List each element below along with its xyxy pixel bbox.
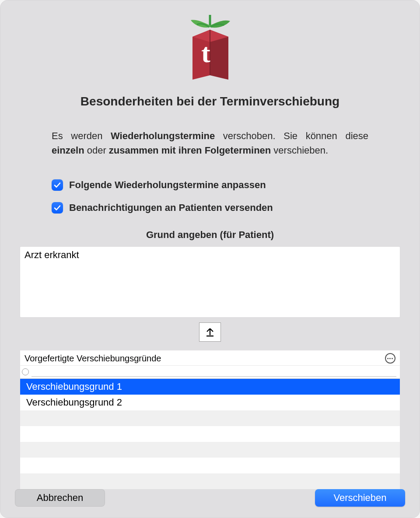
move-appointment-dialog: t Besonderheiten bei der Terminverschieb…: [0, 0, 420, 518]
presets-search-row: [20, 365, 400, 378]
preset-item-empty: [20, 458, 400, 473]
presets-panel: Vorgefertigte Verschiebungsgründe ••• Ve…: [20, 350, 400, 489]
presets-list[interactable]: Verschiebungsgrund 1Verschiebungsgrund 2: [20, 378, 400, 489]
presets-search-input[interactable]: [32, 367, 396, 377]
intro-text-3: oder: [84, 145, 109, 156]
reason-section-title: Grund angeben (für Patient): [12, 229, 408, 241]
intro-paragraph: Es werden Wiederholungstermine verschobe…: [52, 129, 368, 158]
reason-textarea-value: Arzt erkrankt: [24, 249, 79, 260]
intro-bold-3: zusammen mit ihren Folgeterminen: [109, 145, 271, 156]
insert-preset-button[interactable]: [199, 322, 221, 342]
notify-patients-checkbox[interactable]: [52, 202, 63, 214]
dialog-body-text: Es werden Wiederholungstermine verschobe…: [12, 119, 408, 167]
dialog-title: Besonderheiten bei der Terminverschiebun…: [80, 94, 340, 108]
check-icon: [53, 181, 61, 189]
cancel-button-label: Abbrechen: [37, 492, 83, 504]
search-radio-icon[interactable]: [22, 368, 29, 375]
intro-text-4: verschieben.: [271, 145, 328, 156]
intro-text-2: verschoben. Sie können diese: [215, 130, 368, 141]
arrow-up-from-line-icon: [204, 326, 216, 338]
confirm-button[interactable]: Verschieben: [315, 489, 405, 507]
preset-item[interactable]: Verschiebungsgrund 2: [20, 395, 400, 410]
svg-text:t: t: [201, 38, 210, 68]
intro-bold-2: einzeln: [52, 145, 84, 156]
presets-title: Vorgefertigte Verschiebungsgründe: [24, 354, 161, 364]
dialog-header: t Besonderheiten bei der Terminverschieb…: [12, 10, 408, 108]
adjust-following-checkbox[interactable]: [52, 179, 63, 191]
intro-text-1: Es werden: [52, 130, 111, 141]
options-section: Folgende Wiederholungstermine anpassen B…: [12, 179, 408, 225]
check-icon: [53, 204, 61, 212]
app-logo: t: [184, 10, 236, 88]
preset-item-empty: [20, 442, 400, 458]
intro-bold-1: Wiederholungstermine: [111, 130, 215, 141]
ellipsis-circle-icon[interactable]: •••: [385, 353, 396, 364]
notify-patients-label: Benachrichtigungen an Patienten versende…: [69, 202, 273, 214]
preset-item-empty: [20, 473, 400, 489]
option-adjust-following[interactable]: Folgende Wiederholungstermine anpassen: [52, 179, 368, 191]
confirm-button-label: Verschieben: [333, 492, 386, 504]
preset-item-empty: [20, 410, 400, 426]
presets-header: Vorgefertigte Verschiebungsgründe •••: [20, 350, 400, 365]
preset-item[interactable]: Verschiebungsgrund 1: [20, 379, 400, 395]
reason-textarea[interactable]: Arzt erkrankt: [20, 247, 400, 317]
dialog-button-bar: Abbrechen Verschieben: [12, 489, 408, 508]
adjust-following-label: Folgende Wiederholungstermine anpassen: [69, 179, 266, 191]
preset-item-empty: [20, 426, 400, 442]
cancel-button[interactable]: Abbrechen: [15, 489, 105, 507]
option-notify-patients[interactable]: Benachrichtigungen an Patienten versende…: [52, 202, 368, 214]
